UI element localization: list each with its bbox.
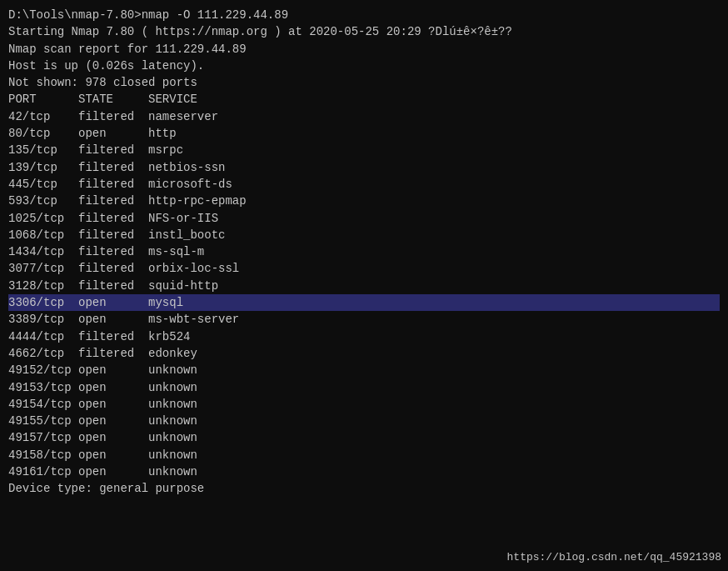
terminal-window: D:\Tools\nmap-7.80>nmap -O 111.229.44.89… bbox=[0, 0, 728, 571]
port-49153: 49153/tcp open unknown bbox=[8, 379, 720, 396]
starting: Starting Nmap 7.80 ( https://nmap.org ) … bbox=[8, 23, 720, 40]
port-3077: 3077/tcp filtered orbix-loc-ssl bbox=[8, 260, 720, 277]
port-3389: 3389/tcp open ms-wbt-server bbox=[8, 311, 720, 328]
port-49155: 49155/tcp open unknown bbox=[8, 413, 720, 429]
port-80: 80/tcp open http bbox=[8, 125, 720, 142]
port-135: 135/tcp filtered msrpc bbox=[8, 142, 720, 158]
port-3128: 3128/tcp filtered squid-http bbox=[8, 278, 720, 294]
port-49161: 49161/tcp open unknown bbox=[8, 463, 720, 480]
scan-report: Nmap scan report for 111.229.44.89 bbox=[8, 41, 720, 58]
port-49152: 49152/tcp open unknown bbox=[8, 362, 720, 378]
port-49157: 49157/tcp open unknown bbox=[8, 429, 720, 446]
watermark: https://blog.csdn.net/qq_45921398 bbox=[507, 550, 721, 566]
port-42: 42/tcp filtered nameserver bbox=[8, 108, 720, 125]
port-1068: 1068/tcp filtered instl_bootc bbox=[8, 227, 720, 243]
port-593: 593/tcp filtered http-rpc-epmap bbox=[8, 193, 720, 209]
port-445: 445/tcp filtered microsoft-ds bbox=[8, 176, 720, 193]
port-4444: 4444/tcp filtered krb524 bbox=[8, 328, 720, 345]
device-type: Device type: general purpose bbox=[8, 480, 720, 497]
host-up: Host is up (0.026s latency). bbox=[8, 58, 720, 74]
port-139: 139/tcp filtered netbios-ssn bbox=[8, 159, 720, 176]
port-1025: 1025/tcp filtered NFS-or-IIS bbox=[8, 210, 720, 227]
port-49154: 49154/tcp open unknown bbox=[8, 396, 720, 413]
cmd: D:\Tools\nmap-7.80>nmap -O 111.229.44.89 bbox=[8, 7, 720, 23]
header: PORT STATE SERVICE bbox=[8, 91, 720, 108]
port-1434: 1434/tcp filtered ms-sql-m bbox=[8, 243, 720, 260]
port-4662: 4662/tcp filtered edonkey bbox=[8, 345, 720, 362]
port-49158: 49158/tcp open unknown bbox=[8, 447, 720, 463]
port-3306: 3306/tcp open mysql bbox=[8, 294, 720, 311]
not-shown: Not shown: 978 closed ports bbox=[8, 74, 720, 91]
terminal-output: D:\Tools\nmap-7.80>nmap -O 111.229.44.89… bbox=[8, 7, 720, 498]
